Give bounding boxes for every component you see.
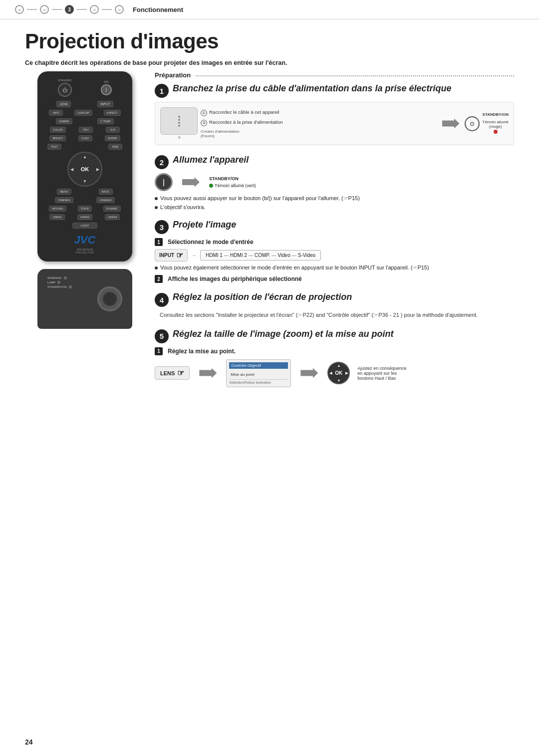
substep-1-header: 1 Sélectionnez le mode d'entrée — [155, 238, 514, 246]
step-dot-5: ○ — [115, 5, 124, 14]
aspect-button[interactable]: ASPECT — [104, 110, 121, 116]
projector-indicators: WARNING LAMP STANDBY/ON — [47, 276, 72, 290]
jvc-logo: JVC — [43, 234, 126, 247]
gamma-button[interactable]: GAMMA — [56, 118, 72, 124]
projector-device: WARNING LAMP STANDBY/ON — [37, 269, 132, 329]
ok-button[interactable]: OK — [81, 166, 89, 172]
ctemp-button[interactable]: C.TEMP — [97, 118, 114, 124]
gamma-ctemp-row: GAMMA C.TEMP — [43, 118, 126, 124]
color-tint-nr-row: COLOR TINT N.R — [43, 127, 126, 133]
step-5-number: 5 — [155, 329, 169, 343]
step-2-diagram: | STANDBY/ON Témoin allumé (vert) — [155, 173, 514, 191]
tint-button[interactable]: TINT — [79, 127, 93, 133]
sharp-button[interactable]: SHARP — [105, 135, 120, 141]
back-button[interactable]: BACK — [99, 189, 113, 195]
left-column: STANDBY ⏻ ON | LENS INPUT INFO LENS.AP A… — [25, 71, 145, 396]
preparation-title: Préparation — [155, 71, 191, 79]
screen-title-bar: Contrôle Objectif — [229, 362, 288, 369]
light-button[interactable]: LIGHT — [72, 223, 97, 229]
step5-substep-title: Réglez la mise au point. — [168, 348, 236, 355]
remote-model: RM-MH3GB PROJECTOR — [43, 248, 126, 254]
step-line-3 — [77, 9, 87, 10]
step-4-section: 4 Réglez la position de l'écran de proje… — [155, 292, 514, 319]
step-3-section: 3 Projete l'image 1 Sélectionnez le mode… — [155, 219, 514, 283]
temoin-rouge: Témoin allumé(rouge) — [483, 120, 509, 129]
cinema-row: CINEMA1 CINEMA2 — [43, 197, 126, 203]
input-diagram: INPUT ☞ → HDMI 1 — HDMI 2 — COMP. — Vide… — [155, 249, 514, 261]
nav-left-arrow[interactable]: ◀ — [70, 167, 73, 172]
substep-2-num: 2 — [155, 275, 163, 283]
lens-button[interactable]: LENS — [56, 101, 71, 107]
step-4-number: 4 — [155, 293, 169, 307]
step-1-diagram: ① ① Raccordez le câble à cet appareil ② … — [155, 102, 514, 145]
arrow-small: → — [192, 253, 196, 258]
step5-substep1: 1 Réglez la mise au point. — [155, 347, 514, 355]
bright-button[interactable]: BRIGHT — [49, 135, 66, 141]
user3-button[interactable]: USER3 — [105, 214, 120, 220]
cinema2-button[interactable]: CINEMA2 — [96, 197, 114, 203]
user-row: USER1 USER2 USER3 — [43, 214, 126, 220]
nav-down-arrow[interactable]: ▼ — [83, 179, 87, 184]
hide-button[interactable]: HIDE — [108, 144, 122, 150]
device-box — [160, 107, 198, 135]
substep-2-header: 2 Affiche les images du périphérique sél… — [155, 275, 514, 283]
section-title: Fonctionnement — [133, 6, 183, 13]
step-1-title: Branchez la prise du câble d'alimentatio… — [173, 83, 451, 94]
user2-button[interactable]: USER2 — [77, 214, 92, 220]
standby-dot — [69, 285, 72, 288]
circle-1: ① — [160, 136, 198, 140]
nav-right-arrow[interactable]: ▶ — [96, 167, 99, 172]
lens-input-row: LENS INPUT — [43, 101, 126, 107]
step-line-2 — [52, 9, 62, 10]
lens-label: LENS — [160, 370, 175, 376]
adjust-text: Ajustez en conséquence en appuyant sur l… — [357, 366, 407, 381]
gray-arrow-2 — [182, 177, 200, 187]
page-title-section: Projection d'images Ce chapitre décrit l… — [0, 19, 539, 71]
nav-up-arrow[interactable]: ▲ — [83, 155, 87, 159]
screen-item: Mise au point — [229, 371, 288, 378]
outlet-icon: ⊙ — [465, 116, 480, 131]
step-indicators: ○ ○ 3 ○ ○ — [15, 5, 124, 14]
right-column: Préparation 1 Branchez la prise du câble… — [155, 71, 514, 396]
standby-button[interactable]: ⏻ — [58, 83, 72, 97]
on-button[interactable]: | — [101, 84, 112, 95]
input-sequence: HDMI 1 — HDMI 2 — COMP. — Video — S-Vide… — [200, 250, 321, 260]
power-on-icon: | — [155, 173, 173, 191]
natural-button[interactable]: NATURAL — [49, 206, 66, 212]
ok-circle: ▲ ▼ ◀ ▶ OK — [67, 152, 102, 187]
lensap-button[interactable]: LENS.AP — [74, 110, 92, 116]
color-button[interactable]: COLOR — [50, 127, 66, 133]
page-number: 24 — [25, 738, 33, 746]
ok-nav-area: ▲ ▼ ◀ ▶ OK — [43, 152, 126, 187]
step-3-header: 3 Projete l'image — [155, 219, 514, 234]
standby-label: STANDBY — [58, 79, 72, 82]
step-2-header: 2 Allumez l'appareil — [155, 154, 514, 169]
step-1-number: 1 — [155, 84, 169, 98]
user1-button[interactable]: USER1 — [49, 214, 64, 220]
stage-button[interactable]: STAGE — [78, 206, 92, 212]
input-button[interactable]: INPUT — [97, 101, 113, 107]
cont-button[interactable]: CONT — [78, 135, 92, 141]
bullet-1: Vous pouvez aussi appuyer sur le bouton … — [155, 195, 514, 202]
test-button[interactable]: TEST — [47, 144, 61, 150]
preparation-header: Préparation — [155, 71, 514, 79]
step-2-title: Allumez l'appareil — [173, 154, 249, 166]
step-4-note: Consultez les sections "Installer le pro… — [160, 311, 514, 319]
standby-on-indicator: STANDBY/ON Témoin allumé (vert) — [209, 176, 256, 188]
step-line-1 — [27, 9, 37, 10]
dynamic-button[interactable]: DYNAMIC — [103, 206, 121, 212]
menu-button[interactable]: MENU — [57, 189, 71, 195]
ok-small-box: ▲ ▼ ◀ ▶ OK — [327, 362, 350, 384]
cordon-label: Cordon d'alimentation(Fourni) — [201, 129, 437, 138]
info-button[interactable]: INFO — [49, 110, 63, 116]
cinema1-button[interactable]: CINEMA1 — [55, 197, 73, 203]
menu-back-row: MENU BACK — [43, 189, 126, 195]
standby-indicator: STANDBY/ON — [47, 285, 72, 288]
input-label: INPUT — [159, 252, 174, 258]
nr-button[interactable]: N.R — [106, 127, 120, 133]
screen-diagram: Contrôle Objectif Mise au point Sélectio… — [226, 359, 291, 387]
label-2: ② Raccordez à la prise d'alimentation — [201, 119, 437, 126]
step-line-4 — [102, 9, 112, 10]
step-3-title: Projete l'image — [173, 219, 236, 231]
subtitle-text: Ce chapitre décrit les opérations de bas… — [25, 59, 514, 66]
